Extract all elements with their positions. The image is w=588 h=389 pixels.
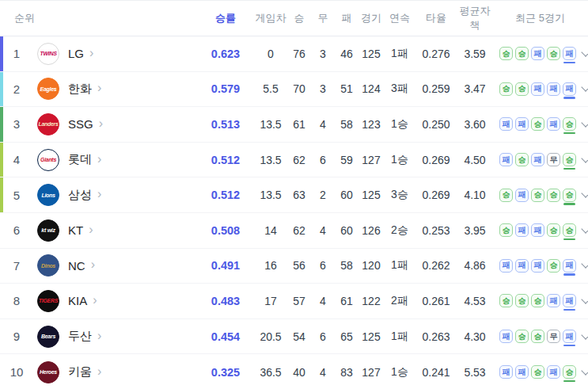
team-link[interactable]: 키움 › <box>63 364 198 379</box>
recent-5-games: 패승패무승 <box>492 153 588 166</box>
latest-game-underline <box>563 345 575 347</box>
chevron-right-icon: › <box>91 258 95 271</box>
chevron-down-icon[interactable] <box>581 366 588 375</box>
win-badge: 승 <box>563 117 576 131</box>
team-link[interactable]: 삼성 › <box>63 188 198 203</box>
game-result-badge: 패 <box>563 259 576 273</box>
team-logo-icon: kt wiz <box>37 219 59 242</box>
losses-value: 61 <box>336 295 358 307</box>
chevron-right-icon: › <box>93 294 97 307</box>
chevron-down-icon[interactable] <box>581 224 588 233</box>
game-result-badge: 승 <box>531 189 544 202</box>
col-header-losses[interactable]: 패 <box>336 11 358 25</box>
loss-badge: 패 <box>499 259 513 273</box>
team-link[interactable]: 두산 › <box>63 329 198 344</box>
win-badge: 승 <box>515 294 529 307</box>
loss-badge: 패 <box>515 223 529 237</box>
game-result-badge: 패 <box>515 189 529 202</box>
losses-value: 65 <box>336 330 358 343</box>
col-header-games[interactable]: 경기 <box>358 11 385 25</box>
team-logo-icon: Eagles <box>37 78 59 100</box>
batting-avg-value: 0.261 <box>415 295 457 307</box>
game-result-badge: 승 <box>531 117 544 131</box>
chevron-down-icon[interactable] <box>581 330 588 339</box>
team-link[interactable]: LG › <box>63 47 198 60</box>
chevron-down-icon[interactable] <box>581 154 588 162</box>
col-header-era[interactable]: 평균자책 <box>457 4 492 32</box>
games-behind-value: 17 <box>253 295 288 307</box>
chevron-right-icon: › <box>97 188 101 200</box>
team-link[interactable]: KT › <box>63 223 198 237</box>
win-badge: 승 <box>499 223 513 237</box>
loss-badge: 패 <box>547 82 560 96</box>
chevron-down-icon[interactable] <box>581 189 588 198</box>
recent-5-games: 패패패승패 <box>492 259 588 273</box>
win-rate-value: 0.579 <box>198 82 253 95</box>
team-name: KIA <box>68 294 87 307</box>
era-value: 4.86 <box>457 259 492 272</box>
col-header-win-rate[interactable]: 승률 <box>198 11 253 25</box>
wins-value: 40 <box>288 366 310 379</box>
loss-badge: 패 <box>499 117 513 131</box>
rank-color-bar <box>0 249 3 284</box>
win-badge: 승 <box>531 294 544 307</box>
rank-number: 8 <box>0 294 33 307</box>
draws-value: 4 <box>310 366 336 379</box>
games-value: 127 <box>358 366 385 379</box>
chevron-right-icon: › <box>97 330 101 342</box>
game-result-badge: 패 <box>547 294 560 307</box>
chevron-down-icon[interactable] <box>581 295 588 303</box>
losses-value: 51 <box>336 82 358 95</box>
loss-badge: 패 <box>531 153 544 166</box>
chevron-down-icon[interactable] <box>581 118 588 127</box>
rank-color-bar <box>0 143 3 177</box>
table-row: 3 Landers SSG › 0.513 13.5 61 4 58 123 1… <box>0 107 588 143</box>
loss-badge: 패 <box>547 294 560 307</box>
draw-badge: 무 <box>547 330 560 343</box>
recent-5-games: 승승패승패 <box>492 47 588 60</box>
draw-badge: 무 <box>547 153 560 166</box>
win-badge: 승 <box>515 153 529 166</box>
rank-number: 3 <box>0 117 33 131</box>
col-header-draws[interactable]: 무 <box>310 11 336 25</box>
games-behind-value: 13.5 <box>253 118 288 131</box>
col-header-wins[interactable]: 승 <box>288 11 310 25</box>
game-result-badge: 승 <box>515 153 529 166</box>
win-badge: 승 <box>499 189 513 202</box>
col-header-rank: 순위 <box>0 11 198 25</box>
wins-value: 62 <box>288 154 310 166</box>
games-value: 124 <box>358 82 385 95</box>
wins-value: 70 <box>288 82 310 95</box>
team-link[interactable]: 한화 › <box>63 82 198 97</box>
win-rate-value: 0.623 <box>198 48 253 60</box>
game-result-badge: 패 <box>547 117 560 131</box>
games-behind-value: 14 <box>253 224 288 237</box>
loss-badge: 패 <box>499 330 513 343</box>
team-link[interactable]: SSG › <box>63 117 198 131</box>
draws-value: 4 <box>310 295 336 307</box>
team-link[interactable]: NC › <box>63 259 198 273</box>
chevron-down-icon[interactable] <box>581 260 588 269</box>
team-logo-cell: Giants <box>33 149 63 171</box>
win-rate-value: 0.483 <box>198 295 253 307</box>
win-badge: 승 <box>547 189 560 202</box>
col-header-games-behind[interactable]: 게임차 <box>253 11 288 25</box>
draws-value: 6 <box>310 330 336 343</box>
games-behind-value: 5.5 <box>253 82 288 95</box>
chevron-down-icon[interactable] <box>581 48 588 56</box>
col-header-streak[interactable]: 연속 <box>385 11 415 25</box>
col-header-batting-avg[interactable]: 타율 <box>415 11 457 25</box>
table-row: 8 TIGERS KIA › 0.483 17 57 4 61 122 2패 0… <box>0 284 588 319</box>
team-link[interactable]: 롯데 › <box>63 152 198 167</box>
table-row: 10 Heroes 키움 › 0.325 36.5 40 4 83 127 1승… <box>0 354 588 389</box>
losses-value: 59 <box>336 154 358 166</box>
chevron-down-icon[interactable] <box>581 83 588 92</box>
wins-value: 76 <box>288 48 310 60</box>
win-badge: 승 <box>563 223 576 237</box>
team-link[interactable]: KIA › <box>63 294 198 307</box>
recent-5-games: 패패승패승 <box>492 365 588 379</box>
win-badge: 승 <box>515 82 529 96</box>
game-result-badge: 패 <box>515 117 529 131</box>
game-result-badge: 승 <box>515 330 529 343</box>
game-result-badge: 승 <box>515 82 529 96</box>
